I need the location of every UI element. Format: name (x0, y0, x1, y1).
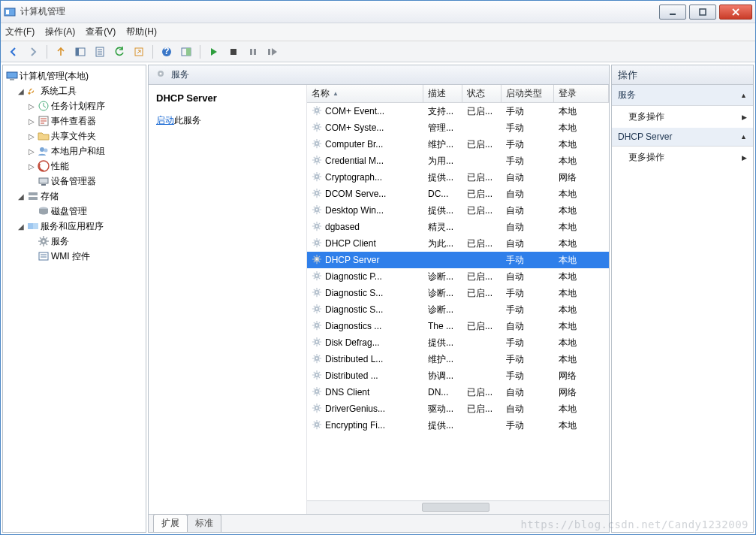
start-service-button[interactable] (206, 44, 222, 60)
horizontal-scrollbar[interactable] (307, 500, 609, 514)
actions-group-services[interactable]: 服务▲ (612, 85, 753, 106)
properties-button[interactable] (92, 44, 108, 60)
table-row[interactable]: Distributed ...协调...手动网络 (307, 367, 609, 384)
close-button[interactable] (719, 5, 752, 20)
table-row[interactable]: Disk Defrag...提供...手动本地 (307, 334, 609, 351)
table-row[interactable]: Desktop Win...提供...已启...自动本地 (307, 202, 609, 219)
help-button[interactable]: ? (158, 44, 175, 60)
tab-extended[interactable]: 扩展 (153, 514, 188, 532)
export-button[interactable] (131, 44, 147, 60)
service-rows[interactable]: COM+ Event...支持...已启...手动本地COM+ Syste...… (307, 103, 609, 500)
table-row[interactable]: Distributed L...维护...手动本地 (307, 351, 609, 367)
col-status[interactable]: 状态 (462, 85, 501, 102)
tree-device-manager[interactable]: 设备管理器 (26, 174, 144, 189)
table-row[interactable]: Diagnostic P...诊断...已启...自动本地 (307, 268, 609, 285)
cell-status: 已启... (462, 271, 501, 283)
cell-logon: 网络 (554, 171, 609, 184)
table-row[interactable]: dgbased精灵...自动本地 (307, 219, 609, 235)
table-row[interactable]: COM+ Event...支持...已启...手动本地 (307, 103, 609, 119)
collapse-icon[interactable]: ◢ (17, 192, 26, 201)
tree-task-scheduler[interactable]: ▷任务计划程序 (26, 98, 144, 113)
cell-logon: 本地 (554, 419, 609, 432)
expand-icon[interactable]: ▷ (27, 147, 36, 156)
menu-file[interactable]: 文件(F) (5, 26, 35, 38)
tree-services[interactable]: 服务 (26, 234, 144, 249)
tab-standard[interactable]: 标准 (187, 514, 221, 532)
tree-label: 事件查看器 (51, 115, 96, 128)
table-row[interactable]: DCOM Serve...DC...已启...自动本地 (307, 186, 609, 202)
table-row[interactable]: DHCP Server手动本地 (307, 252, 609, 268)
expand-icon[interactable]: ▷ (27, 117, 36, 125)
col-desc[interactable]: 描述 (423, 85, 462, 102)
maximize-button[interactable] (689, 5, 716, 20)
scrollbar-thumb[interactable] (422, 503, 489, 512)
tree-system-tools[interactable]: ◢系统工具 (15, 83, 144, 98)
restart-service-button[interactable] (264, 44, 281, 60)
back-button[interactable] (5, 44, 22, 60)
up-button[interactable] (53, 44, 69, 60)
expand-icon[interactable]: ▷ (27, 132, 36, 141)
pause-service-button[interactable] (245, 44, 261, 60)
svg-point-48 (316, 208, 318, 210)
col-logon[interactable]: 登录 (554, 85, 609, 102)
col-name[interactable]: 名称▲ (307, 85, 423, 102)
table-row[interactable]: Computer Br...维护...已启...手动本地 (307, 136, 609, 153)
services-body: DHCP Server 启动此服务 名称▲ 描述 状态 启动类型 登录 COM+… (149, 85, 609, 514)
tree-label: 系统工具 (41, 85, 77, 98)
cell-desc: 精灵... (423, 221, 462, 234)
gear-icon (312, 188, 322, 201)
table-row[interactable]: Cryptograph...提供...已启...自动网络 (307, 169, 609, 186)
expand-icon[interactable]: ▷ (27, 162, 36, 171)
menu-view[interactable]: 查看(V) (86, 26, 116, 38)
actions-more-1[interactable]: 更多操作▶ (612, 106, 753, 128)
svg-rect-12 (230, 49, 236, 55)
tree-performance[interactable]: ▷性能 (26, 159, 144, 174)
tree-label: 性能 (51, 160, 69, 173)
expand-icon[interactable]: ▷ (27, 102, 36, 110)
cell-logon: 本地 (554, 304, 609, 316)
table-row[interactable]: DNS ClientDN...已启...自动网络 (307, 384, 609, 400)
collapse-icon[interactable]: ◢ (17, 222, 26, 231)
actions-more-2[interactable]: 更多操作▶ (612, 147, 753, 168)
service-name: Diagnostic P... (325, 271, 382, 282)
start-service-link[interactable]: 启动 (156, 115, 174, 125)
tree-storage[interactable]: ◢存储 (15, 189, 144, 204)
tree-event-viewer[interactable]: ▷事件查看器 (26, 113, 144, 128)
minimize-button[interactable] (659, 5, 686, 20)
console-tree-button[interactable] (178, 44, 194, 60)
collapse-icon[interactable]: ◢ (17, 87, 26, 95)
gear-icon (312, 171, 322, 184)
table-row[interactable]: Encrypting Fi...提供...手动本地 (307, 417, 609, 434)
table-row[interactable]: Diagnostic S...诊断...手动本地 (307, 301, 609, 318)
menu-help[interactable]: 帮助(H) (126, 26, 157, 38)
show-hide-tree-button[interactable] (72, 44, 89, 60)
cell-status: 已启... (462, 138, 501, 151)
service-name: COM+ Syste... (325, 122, 384, 133)
window-buttons (656, 5, 752, 20)
refresh-button[interactable] (111, 44, 128, 60)
table-row[interactable]: DriverGenius...驱动...已启...自动本地 (307, 400, 609, 417)
tree-wmi[interactable]: WMI 控件 (26, 249, 144, 264)
tree-disk-management[interactable]: 磁盘管理 (26, 204, 144, 219)
bottom-tabs: 扩展 标准 (149, 514, 609, 532)
cell-desc: DC... (423, 189, 462, 199)
actions-group-selected[interactable]: DHCP Server▲ (612, 128, 753, 147)
tree-shared-folders[interactable]: ▷共享文件夹 (26, 128, 144, 144)
table-row[interactable]: Diagnostics ...The ...已启...自动本地 (307, 318, 609, 334)
table-row[interactable]: COM+ Syste...管理...手动本地 (307, 119, 609, 136)
table-row[interactable]: Diagnostic S...诊断...已启...手动本地 (307, 285, 609, 301)
table-row[interactable]: DHCP Client为此...已启...自动本地 (307, 235, 609, 252)
tree-services-apps[interactable]: ◢服务和应用程序 (15, 219, 144, 234)
cell-startup: 自动 (501, 237, 554, 250)
stop-service-button[interactable] (225, 44, 242, 60)
forward-button[interactable] (25, 44, 41, 60)
svg-rect-23 (39, 178, 48, 183)
cell-status: 已启... (462, 204, 501, 217)
col-startup[interactable]: 启动类型 (501, 85, 554, 102)
table-row[interactable]: Credential M...为用...手动本地 (307, 153, 609, 169)
tree-root[interactable]: 计算机管理(本地) (5, 68, 144, 83)
cell-name: COM+ Event... (307, 105, 423, 118)
menu-action[interactable]: 操作(A) (45, 26, 75, 38)
svg-point-68 (316, 373, 318, 375)
tree-local-users[interactable]: ▷本地用户和组 (26, 144, 144, 159)
